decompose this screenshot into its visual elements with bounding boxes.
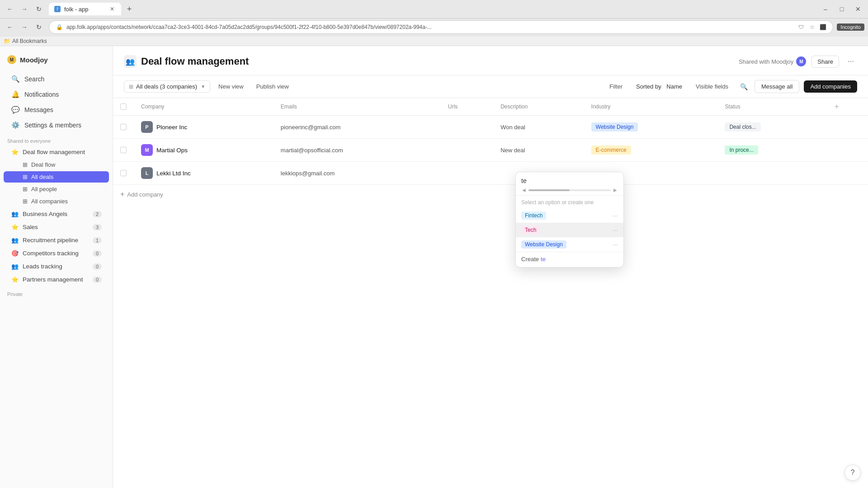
add-company-row[interactable]: + Add company xyxy=(113,185,868,204)
sales-badge: 3 xyxy=(93,224,102,230)
star-bookmark-icon[interactable]: ☆ xyxy=(807,23,816,32)
filter-button[interactable]: Filter xyxy=(605,81,627,92)
message-all-button[interactable]: Message all xyxy=(755,80,799,93)
row-status-cell[interactable] xyxy=(717,162,827,185)
browser-nav-controls[interactable]: ← → ↻ xyxy=(4,3,45,15)
col-industry: Industry xyxy=(584,98,718,116)
sidebar-group-deal-flow-management[interactable]: ⭐ Deal flow management xyxy=(4,146,109,158)
address-bar[interactable]: 🔒 app.folk.app/apps/contacts/network/cca… xyxy=(49,20,833,34)
sidebar-group-partners[interactable]: ⭐ Partners management 0 xyxy=(4,273,109,286)
shield-icon: 🛡 xyxy=(797,23,806,32)
view-selector-button[interactable]: ⊞ All deals (3 companies) ▼ xyxy=(124,80,210,93)
dropdown-option-website-design[interactable]: Website Design ··· xyxy=(516,237,623,252)
industry-tag[interactable]: Website Design xyxy=(591,122,638,131)
company-name[interactable]: Martial Ops xyxy=(156,147,188,154)
sidebar-item-messages[interactable]: 💬 Messages xyxy=(4,103,109,117)
sidebar-sub-all-companies[interactable]: ⊞ All companies xyxy=(4,196,109,207)
grid-icon: ⊞ xyxy=(129,84,133,90)
incognito-badge: Incognito xyxy=(837,23,864,31)
company-avatar: L xyxy=(141,167,153,179)
visible-fields-button[interactable]: Visible fields xyxy=(691,81,733,92)
row-status-cell[interactable]: Deal clos... xyxy=(717,116,827,139)
row-email-cell[interactable]: pioneerinc@gmail.com xyxy=(274,116,441,139)
addr-back-button[interactable]: ← xyxy=(4,21,16,33)
deal-flow-group-icon: ⭐ xyxy=(11,149,19,155)
table-header-row: Company Emails Urls Description Industry… xyxy=(113,98,868,116)
row-checkbox[interactable] xyxy=(120,170,127,176)
shared-section-label: Shared to everyone xyxy=(0,133,113,145)
tech-tag: Tech xyxy=(521,226,540,234)
page-header-actions: Shared with Moodjoy M Share ··· xyxy=(739,55,857,75)
leads-icon: 👥 xyxy=(11,263,19,270)
sidebar-group-business-angels[interactable]: 👥 Business Angels 2 xyxy=(4,208,109,220)
row-description-cell[interactable]: Won deal xyxy=(493,116,584,139)
company-name[interactable]: Ploneer Inc xyxy=(156,124,187,131)
forward-button[interactable]: → xyxy=(18,3,31,15)
tab-close-button[interactable]: ✕ xyxy=(108,5,116,13)
row-extra-cell xyxy=(827,116,868,139)
more-options-button[interactable]: ··· xyxy=(844,55,857,68)
addr-reload-button[interactable]: ↻ xyxy=(33,21,45,33)
sidebar-messages-label: Messages xyxy=(24,106,53,113)
row-industry-cell[interactable]: Website Design xyxy=(584,116,718,139)
partners-badge: 0 xyxy=(93,277,102,283)
maximize-button[interactable]: □ xyxy=(835,3,848,15)
select-all-checkbox[interactable] xyxy=(120,103,127,110)
share-button[interactable]: Share xyxy=(811,56,839,68)
publish-view-button[interactable]: Publish view xyxy=(252,81,293,92)
sidebar-item-settings[interactable]: ⚙️ Settings & members xyxy=(4,118,109,132)
row-company-cell: L Lekki Ltd Inc xyxy=(134,162,274,185)
new-view-button[interactable]: New view xyxy=(214,81,248,92)
row-checkbox[interactable] xyxy=(120,124,127,130)
sidebar-item-notifications[interactable]: 🔔 Notifications xyxy=(4,87,109,102)
row-email-cell[interactable]: martial@opsofficial.com xyxy=(274,139,441,162)
new-tab-button[interactable]: + xyxy=(123,3,136,15)
search-table-button[interactable]: 🔍 xyxy=(737,80,750,93)
search-icon: 🔍 xyxy=(11,75,20,83)
industry-tag[interactable]: E-commerce xyxy=(591,145,631,155)
help-button[interactable]: ? xyxy=(844,465,861,481)
minimize-button[interactable]: – xyxy=(819,3,832,15)
page-title: Deal flow management xyxy=(141,56,249,67)
chevron-down-icon: ▼ xyxy=(201,84,205,89)
close-window-button[interactable]: ✕ xyxy=(852,3,864,15)
sidebar-sub-deal-flow[interactable]: ⊞ Deal flow xyxy=(4,159,109,170)
scroll-left-arrow[interactable]: ◀ xyxy=(521,188,527,192)
sorted-by-display: Sorted by Name xyxy=(632,81,687,92)
sidebar-group-competitors[interactable]: 🎯 Competitors tracking 0 xyxy=(4,247,109,259)
row-email-cell[interactable]: lekkiops@gmail.com xyxy=(274,162,441,185)
sidebar-sub-all-people[interactable]: ⊞ All people xyxy=(4,183,109,195)
col-add[interactable]: + xyxy=(827,98,868,116)
dropdown-create-option[interactable]: Create te xyxy=(516,252,623,267)
sidebar-item-search[interactable]: 🔍 Search xyxy=(4,72,109,86)
active-tab[interactable]: f folk - app ✕ xyxy=(49,3,121,15)
leads-label: Leads tracking xyxy=(23,263,62,270)
sidebar-group-leads[interactable]: 👥 Leads tracking 0 xyxy=(4,260,109,272)
row-industry-cell[interactable]: E-commerce xyxy=(584,139,718,162)
dropdown-search-input[interactable] xyxy=(521,177,618,184)
company-name[interactable]: Lekki Ltd Inc xyxy=(156,170,191,177)
scroll-right-arrow[interactable]: ▶ xyxy=(613,188,618,192)
sidebar-group-recruitment[interactable]: 👥 Recruitment pipeline 1 xyxy=(4,234,109,246)
add-companies-button[interactable]: Add companies xyxy=(804,80,857,93)
row-status-cell[interactable]: In proce... xyxy=(717,139,827,162)
row-checkbox[interactable] xyxy=(120,147,127,153)
fintech-option-dots[interactable]: ··· xyxy=(613,212,618,219)
dropdown-option-fintech[interactable]: Fintech ··· xyxy=(516,208,623,223)
reload-button[interactable]: ↻ xyxy=(33,3,45,15)
back-button[interactable]: ← xyxy=(4,3,16,15)
deal-flow-icon: ⊞ xyxy=(23,161,28,168)
sidebar-sub-all-deals[interactable]: ⊞ All deals xyxy=(4,171,109,183)
dropdown-search-row xyxy=(516,172,623,188)
website-option-dots[interactable]: ··· xyxy=(613,241,618,248)
addr-forward-button[interactable]: → xyxy=(18,21,31,33)
partners-icon: ⭐ xyxy=(11,276,19,283)
business-angels-icon: 👥 xyxy=(11,211,19,217)
tech-option-dots[interactable]: ··· xyxy=(613,226,618,234)
bookmarks-bar: 📁 All Bookmarks xyxy=(0,37,868,46)
dropdown-option-tech[interactable]: Tech ··· xyxy=(516,223,623,237)
row-description-cell[interactable]: New deal xyxy=(493,139,584,162)
toolbar-left: ⊞ All deals (3 companies) ▼ New view Pub… xyxy=(124,80,293,93)
sidebar-group-sales[interactable]: ⭐ Sales 3 xyxy=(4,221,109,233)
dropdown-scroll-nav: ◀ ▶ xyxy=(521,188,618,192)
